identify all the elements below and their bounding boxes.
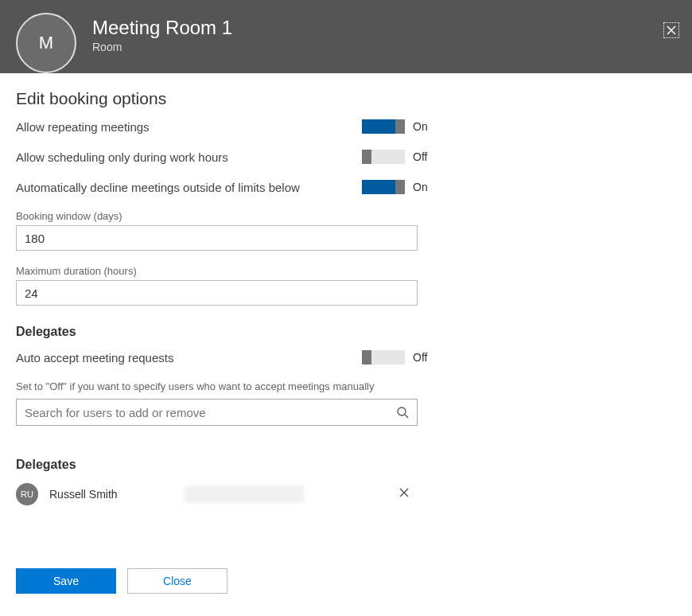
header-text: Meeting Room 1 Room <box>92 17 232 53</box>
panel-content: Edit booking options Allow repeating mee… <box>0 73 692 521</box>
max-duration-input[interactable] <box>16 280 418 306</box>
toggle-repeating[interactable] <box>362 119 405 134</box>
delegate-search[interactable] <box>16 399 418 426</box>
panel-subtitle: Room <box>92 41 232 53</box>
field-max-duration: Maximum duration (hours) <box>16 265 418 306</box>
delegates-list-heading: Delegates <box>16 458 676 472</box>
delegate-avatar: RU <box>16 483 38 505</box>
auto-accept-help: Set to "Off" if you want to specify user… <box>16 380 676 392</box>
toggle-auto-accept[interactable] <box>362 350 405 365</box>
field-booking-window: Booking window (days) <box>16 210 418 251</box>
field-label: Booking window (days) <box>16 210 418 222</box>
svg-line-3 <box>405 415 408 418</box>
delegate-initials: RU <box>21 489 33 499</box>
redacted-email <box>185 485 304 503</box>
toggle-state: Off <box>413 351 433 364</box>
panel-header: M Meeting Room 1 Room <box>0 0 692 73</box>
avatar-initial: M <box>39 33 53 53</box>
close-icon <box>398 487 410 498</box>
delegate-name: Russell Smith <box>49 488 185 501</box>
toggle-row-repeating: Allow repeating meetings On <box>16 119 433 134</box>
toggle-row-auto-decline: Automatically decline meetings outside o… <box>16 180 433 194</box>
save-button[interactable]: Save <box>16 568 116 594</box>
toggle-state: Off <box>413 150 433 163</box>
remove-delegate-button[interactable] <box>391 484 418 505</box>
panel-title: Meeting Room 1 <box>92 17 232 39</box>
toggle-label: Allow scheduling only during work hours <box>16 150 362 164</box>
booking-window-input[interactable] <box>16 225 418 251</box>
panel-footer: Save Close <box>16 568 227 594</box>
toggle-state: On <box>413 120 433 133</box>
toggle-row-work-hours: Allow scheduling only during work hours … <box>16 150 433 164</box>
close-button[interactable]: Close <box>127 568 227 594</box>
toggle-row-auto-accept: Auto accept meeting requests Off <box>16 350 433 365</box>
section-title: Edit booking options <box>16 89 676 108</box>
resource-avatar: M <box>16 13 76 73</box>
toggle-state: On <box>413 181 433 193</box>
search-icon <box>396 406 409 419</box>
toggle-label: Allow repeating meetings <box>16 120 362 134</box>
toggle-auto-decline[interactable] <box>362 180 405 194</box>
toggle-work-hours[interactable] <box>362 150 405 164</box>
toggle-label: Auto accept meeting requests <box>16 351 362 365</box>
close-panel-button[interactable] <box>663 22 679 38</box>
field-label: Maximum duration (hours) <box>16 265 418 277</box>
delegate-row: RU Russell Smith <box>16 483 418 505</box>
close-icon <box>666 25 677 36</box>
delegates-heading: Delegates <box>16 325 676 339</box>
svg-point-2 <box>398 407 406 415</box>
toggle-label: Automatically decline meetings outside o… <box>16 181 362 194</box>
delegate-search-input[interactable] <box>25 406 396 419</box>
